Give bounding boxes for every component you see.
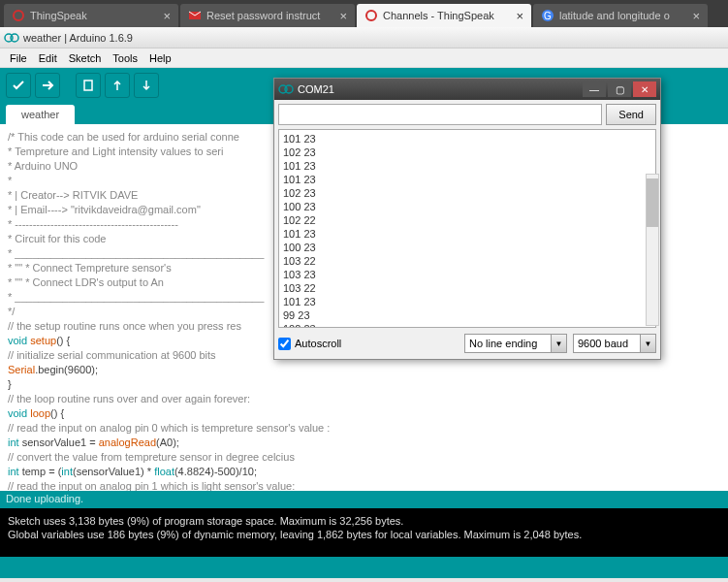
baud-rate-select[interactable]: 9600 baud [573, 334, 641, 353]
svg-text:G: G [544, 11, 552, 21]
tab-title: latitude and longitude o [559, 10, 688, 21]
serial-line: 102 23 [283, 146, 651, 159]
close-icon[interactable]: × [339, 9, 347, 23]
browser-tab[interactable]: ThingSpeak × [4, 4, 178, 27]
chevron-down-icon[interactable]: ▼ [641, 334, 656, 353]
line-ending-select[interactable]: No line ending [464, 334, 552, 353]
serial-monitor-window: COM21 — ▢ ✕ Send 101 23102 23101 23101 2… [273, 78, 661, 360]
serial-line: 101 23 [283, 159, 651, 173]
arduino-logo-icon [4, 30, 19, 46]
tab-title: Reset password instruct [206, 10, 335, 21]
serial-title: COM21 [298, 83, 583, 95]
browser-tab[interactable]: G latitude and longitude o × [533, 4, 708, 27]
open-button[interactable] [105, 73, 130, 98]
close-icon[interactable]: × [163, 9, 171, 23]
status-text: Done uploading. [6, 493, 83, 504]
bottom-bar [0, 557, 728, 578]
serial-output[interactable]: 101 23102 23101 23101 23102 23100 23102 … [278, 129, 656, 328]
svg-point-2 [366, 11, 376, 20]
arduino-titlebar: weather | Arduino 1.6.9 [0, 27, 728, 48]
tab-title: Channels - ThingSpeak [383, 10, 512, 21]
serial-line: 102 22 [283, 213, 651, 227]
console: Sketch uses 3,138 bytes (9%) of program … [0, 508, 728, 557]
serial-line: 101 23 [283, 132, 651, 146]
arduino-logo-icon [278, 81, 294, 97]
serial-line: 103 22 [283, 281, 651, 295]
serial-input[interactable] [278, 104, 602, 125]
menu-sketch[interactable]: Sketch [63, 52, 108, 64]
svg-point-9 [285, 85, 293, 93]
tab-title: ThingSpeak [30, 10, 159, 21]
serial-line: 99 23 [283, 308, 651, 322]
serial-line: 100 23 [283, 241, 651, 254]
svg-point-0 [14, 11, 23, 20]
console-line: Global variables use 186 bytes (9%) of d… [8, 528, 720, 541]
site-icon [364, 9, 378, 22]
sketch-tab[interactable]: weather [6, 105, 75, 124]
browser-tab[interactable]: Reset password instruct × [180, 4, 355, 27]
save-button[interactable] [134, 73, 159, 98]
serial-line: 101 23 [283, 173, 651, 186]
send-button[interactable]: Send [606, 104, 656, 125]
serial-line: 102 23 [283, 186, 651, 200]
console-line: Sketch uses 3,138 bytes (9%) of program … [8, 514, 720, 528]
menu-edit[interactable]: Edit [33, 52, 63, 64]
menu-tools[interactable]: Tools [107, 52, 143, 64]
browser-tab-active[interactable]: Channels - ThingSpeak × [357, 4, 531, 27]
verify-button[interactable] [6, 73, 31, 98]
menu-help[interactable]: Help [143, 52, 177, 64]
chevron-down-icon[interactable]: ▼ [552, 334, 567, 353]
menu-bar: File Edit Sketch Tools Help [0, 48, 728, 68]
browser-tabs: ThingSpeak × Reset password instruct × C… [0, 0, 728, 27]
window-title: weather | Arduino 1.6.9 [23, 32, 133, 44]
svg-point-6 [11, 34, 18, 42]
scrollbar-thumb[interactable] [647, 178, 658, 227]
serial-line: 101 23 [283, 227, 651, 241]
close-icon[interactable]: × [692, 9, 700, 23]
close-icon[interactable]: × [516, 9, 523, 23]
menu-file[interactable]: File [4, 52, 33, 64]
serial-line: 103 22 [283, 254, 651, 268]
minimize-button[interactable]: — [583, 81, 606, 97]
serial-titlebar[interactable]: COM21 — ▢ ✕ [274, 79, 660, 100]
close-button[interactable]: ✕ [633, 81, 656, 97]
serial-line: 100 23 [283, 200, 651, 213]
serial-line: 103 23 [283, 268, 651, 281]
upload-button[interactable] [35, 73, 60, 98]
maximize-button[interactable]: ▢ [608, 81, 631, 97]
mail-icon [188, 9, 202, 22]
autoscroll-label: Autoscroll [295, 338, 341, 349]
google-icon: G [541, 9, 554, 22]
new-button[interactable] [76, 73, 101, 98]
serial-line: 101 23 [283, 295, 651, 308]
scrollbar[interactable] [646, 174, 659, 326]
autoscroll-checkbox[interactable]: Autoscroll [278, 338, 459, 350]
autoscroll-input[interactable] [278, 338, 291, 350]
site-icon [12, 9, 25, 22]
status-bar: Done uploading. [0, 491, 728, 508]
svg-rect-7 [84, 81, 92, 90]
